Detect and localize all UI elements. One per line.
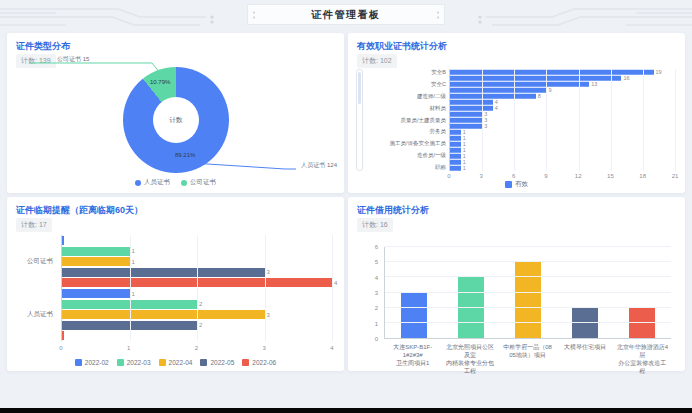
bar[interactable]	[450, 118, 482, 123]
legend-item[interactable]: 有效	[505, 180, 528, 189]
grouped-plot-area: 11341232	[61, 235, 332, 341]
bar[interactable]	[450, 136, 461, 141]
bar[interactable]	[62, 310, 265, 319]
legend-marker	[117, 359, 124, 366]
donut-center-label: 计数	[153, 97, 199, 143]
x-axis-tick: 0	[59, 345, 62, 351]
gridline	[197, 235, 198, 341]
dashboard-header: 证件管理看板	[0, 0, 692, 30]
bar[interactable]	[450, 154, 461, 159]
bar[interactable]	[62, 257, 130, 266]
legend-label: 2022-05	[210, 359, 234, 366]
legend-label: 公司证书	[190, 178, 216, 187]
x-axis-tick: 3	[263, 345, 266, 351]
panel-certificate-type-distribution: 证件类型分布 计数: 139 计数 10.79% 89.21% 公司证书 15 …	[7, 33, 344, 193]
bar[interactable]	[458, 277, 484, 338]
legend-item[interactable]: 公司证书	[181, 178, 216, 187]
count-badge: 计数: 139	[16, 54, 56, 68]
y-axis-tick: 6	[375, 244, 378, 250]
legend-label: 2022-02	[85, 359, 109, 366]
gridline	[675, 69, 676, 171]
dashboard-page: 证件管理看板 证件类型分布 计数: 139 计数 10.79% 89.21% 公…	[0, 0, 692, 413]
datazoom-slider[interactable]	[356, 69, 363, 171]
vbar-x-axis-labels: 大连SKP-B1F-1#2#3#卫生间项目1北京光熙项目公区及室内精装修专业分包…	[384, 343, 671, 375]
hbar-category-label: 安全C	[366, 81, 446, 88]
legend-marker	[181, 180, 187, 186]
gridline	[265, 235, 266, 341]
gridline	[385, 322, 671, 323]
y-axis-tick: 4	[375, 275, 378, 281]
dashboard-title-box: 证件管理看板	[247, 4, 445, 25]
bar[interactable]	[450, 88, 546, 93]
panel-title: 有效职业证书统计分析	[357, 40, 447, 53]
bar[interactable]	[62, 331, 64, 340]
y-axis-tick: 5	[375, 259, 378, 265]
x-axis-tick: 3	[480, 173, 483, 179]
panel-title: 证件借用统计分析	[357, 204, 429, 217]
legend-label: 2022-03	[127, 359, 151, 366]
bar[interactable]	[450, 166, 461, 171]
bar-value-label: 1	[461, 165, 466, 171]
panel-expiry-reminder: 证件临期提醒（距离临期60天） 计数: 17 公司证书人员证书 11341232…	[7, 197, 344, 371]
bar[interactable]	[450, 124, 482, 129]
y-axis-tick: 1	[375, 321, 378, 327]
legend-marker	[75, 359, 82, 366]
bar[interactable]	[515, 262, 541, 338]
x-axis-tick: 6	[512, 173, 515, 179]
gridline	[482, 69, 483, 171]
bar[interactable]	[450, 160, 461, 165]
bar[interactable]	[450, 130, 461, 135]
grouped-category-labels: 公司证书人员证书	[15, 235, 57, 341]
gridline	[385, 292, 671, 293]
bar[interactable]	[450, 94, 536, 99]
bar[interactable]	[401, 293, 427, 339]
hbar-category-label: 材料员	[366, 105, 446, 112]
legend-marker	[200, 359, 207, 366]
legend-label: 人员证书	[144, 178, 170, 187]
bar[interactable]	[62, 289, 130, 298]
bar[interactable]	[62, 247, 130, 256]
y-axis-tick: 3	[375, 290, 378, 296]
legend-item[interactable]: 2022-06	[242, 359, 276, 366]
legend-item[interactable]: 2022-02	[75, 359, 109, 366]
panel-title: 证件类型分布	[16, 40, 70, 53]
gridline	[130, 235, 131, 341]
bar[interactable]	[450, 100, 493, 105]
vbar-plot-area	[384, 247, 671, 339]
bar[interactable]	[450, 112, 482, 117]
vbar-x-label: 大横琴住宅项目	[556, 343, 613, 375]
pie-percent-company: 10.79%	[150, 79, 170, 85]
gridline	[332, 235, 333, 341]
pie-callout-company: 公司证书 15	[57, 55, 89, 64]
bar[interactable]	[450, 148, 461, 153]
circuit-decoration-left	[0, 0, 252, 30]
vbar-x-label: 大连SKP-B1F-1#2#3#卫生间项目1	[384, 343, 441, 375]
vbar-x-label: 北京光熙项目公区及室内精装修专业分包工程	[441, 343, 498, 375]
bar[interactable]	[450, 82, 589, 87]
x-axis-tick: 12	[575, 173, 582, 179]
legend-item[interactable]: 2022-04	[159, 359, 193, 366]
bar[interactable]	[450, 142, 461, 147]
gridline	[385, 276, 671, 277]
legend-item[interactable]: 2022-03	[117, 359, 151, 366]
legend-label: 有效	[515, 180, 528, 189]
hbar-category-label: 施工员/设备安全施工员	[366, 140, 446, 147]
circuit-decoration-right	[440, 0, 692, 30]
x-axis-tick: 18	[639, 173, 646, 179]
x-axis-tick: 15	[607, 173, 614, 179]
x-axis-tick: 0	[447, 173, 450, 179]
bar[interactable]	[450, 76, 621, 81]
bar[interactable]	[62, 268, 265, 277]
datazoom-handle[interactable]	[358, 72, 361, 104]
bar[interactable]	[62, 236, 64, 245]
legend-item[interactable]: 2022-05	[200, 359, 234, 366]
legend-item[interactable]: 人员证书	[135, 178, 170, 187]
gridline	[385, 307, 671, 308]
bar[interactable]	[450, 106, 493, 111]
bar[interactable]	[450, 70, 654, 75]
gridline	[579, 69, 580, 171]
panel-title: 证件临期提醒（距离临期60天）	[16, 204, 143, 217]
legend-marker	[505, 181, 512, 188]
dashboard-title: 证件管理看板	[312, 8, 381, 22]
x-axis-tick: 9	[544, 173, 547, 179]
